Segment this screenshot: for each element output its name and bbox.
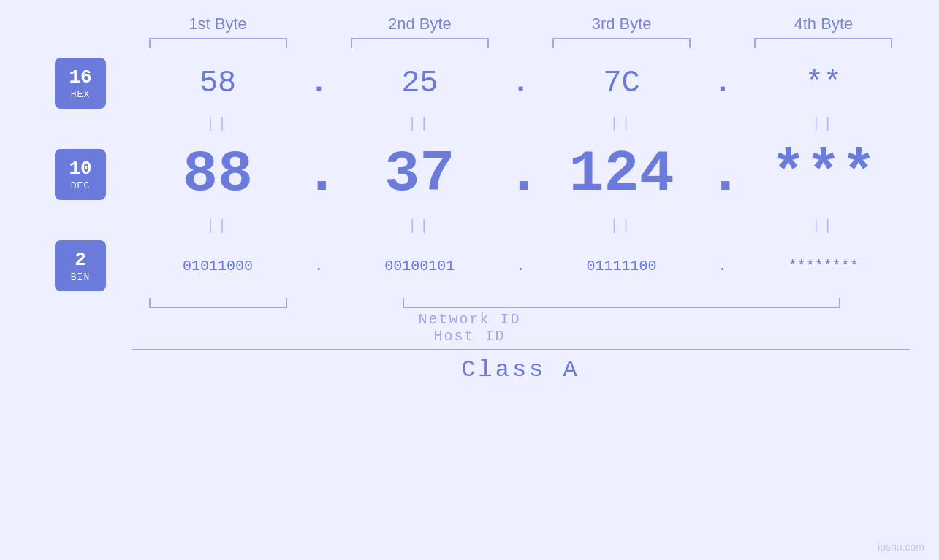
hex-val-3: 7C bbox=[536, 66, 708, 101]
bracket-top-1 bbox=[132, 38, 304, 48]
byte2-header: 2nd Byte bbox=[333, 15, 506, 34]
byte3-header: 3rd Byte bbox=[536, 15, 708, 34]
dec-dot-2: . bbox=[506, 145, 536, 204]
bin-row: 2 BIN 01011000 . 00100101 . 01111100 . *… bbox=[29, 237, 910, 295]
class-label: Class A bbox=[132, 350, 910, 389]
bin-dot-1: . bbox=[304, 258, 333, 275]
hex-val-2: 25 bbox=[333, 66, 506, 101]
hex-val-4: ** bbox=[737, 66, 910, 101]
bin-val-3: 01111100 bbox=[536, 258, 708, 275]
bin-badge: 2 BIN bbox=[55, 240, 106, 291]
equals-2-col4: || bbox=[737, 218, 910, 234]
dec-val-1: 88 bbox=[132, 145, 304, 204]
host-id-label: Host ID bbox=[29, 328, 910, 345]
hex-row: 16 HEX 58 . 25 . 7C . ** bbox=[29, 54, 910, 112]
dec-badge-label: DEC bbox=[71, 180, 90, 191]
equals-row-1: || || || || bbox=[29, 112, 910, 134]
bin-val-2: 00100101 bbox=[333, 258, 506, 275]
hex-badge-cell: 16 HEX bbox=[29, 58, 132, 109]
hex-badge-number: 16 bbox=[69, 66, 91, 89]
bin-val-4: ******** bbox=[737, 258, 910, 275]
bin-val-1: 01011000 bbox=[132, 258, 304, 275]
equals-2-col1: || bbox=[132, 218, 304, 234]
main-container: 1st Byte 2nd Byte 3rd Byte 4th Byte 16 bbox=[0, 0, 939, 560]
bin-badge-cell: 2 BIN bbox=[29, 240, 132, 291]
bracket-top-4 bbox=[737, 38, 910, 48]
dec-dot-1: . bbox=[304, 145, 333, 204]
hex-dot-3: . bbox=[708, 66, 737, 101]
dec-row: 10 DEC 88 . 37 . 124 . *** bbox=[29, 134, 910, 215]
equals-2-col3: || bbox=[536, 218, 708, 234]
bin-badge-number: 2 bbox=[75, 249, 86, 272]
equals-1-col3: || bbox=[536, 115, 708, 132]
dec-dot-3: . bbox=[708, 145, 737, 204]
hex-badge-label: HEX bbox=[71, 89, 90, 100]
class-section: Class A bbox=[29, 349, 910, 389]
byte1-header: 1st Byte bbox=[132, 15, 304, 34]
dec-badge: 10 DEC bbox=[55, 149, 106, 200]
dec-badge-number: 10 bbox=[69, 158, 91, 180]
byte4-header: 4th Byte bbox=[737, 15, 910, 34]
equals-1-col1: || bbox=[132, 115, 304, 132]
bin-dot-2: . bbox=[506, 258, 536, 275]
dec-val-3: 124 bbox=[536, 145, 708, 204]
hex-val-1: 58 bbox=[132, 66, 304, 101]
watermark: ipshu.com bbox=[878, 541, 924, 553]
equals-1-col2: || bbox=[333, 115, 506, 132]
equals-2-col2: || bbox=[333, 218, 506, 234]
bracket-top-2 bbox=[333, 38, 506, 48]
bin-badge-label: BIN bbox=[71, 272, 90, 283]
equals-1-col4: || bbox=[737, 115, 910, 132]
bracket-top-3 bbox=[536, 38, 708, 48]
equals-row-2: || || || || bbox=[29, 215, 910, 237]
hex-dot-1: . bbox=[304, 66, 333, 101]
labels-row: Network ID Host ID bbox=[29, 311, 910, 345]
hex-dot-2: . bbox=[506, 66, 536, 101]
bottom-bracket-network bbox=[132, 298, 304, 308]
dec-val-2: 37 bbox=[333, 145, 506, 204]
dec-badge-cell: 10 DEC bbox=[29, 149, 132, 200]
bin-dot-3: . bbox=[708, 258, 737, 275]
dec-val-4: *** bbox=[737, 145, 910, 204]
network-id-label: Network ID bbox=[29, 311, 910, 328]
bottom-brackets-row bbox=[29, 298, 910, 308]
byte-headers-row: 1st Byte 2nd Byte 3rd Byte 4th Byte bbox=[29, 15, 910, 34]
hex-badge: 16 HEX bbox=[55, 58, 106, 109]
top-brackets-row bbox=[29, 38, 910, 48]
